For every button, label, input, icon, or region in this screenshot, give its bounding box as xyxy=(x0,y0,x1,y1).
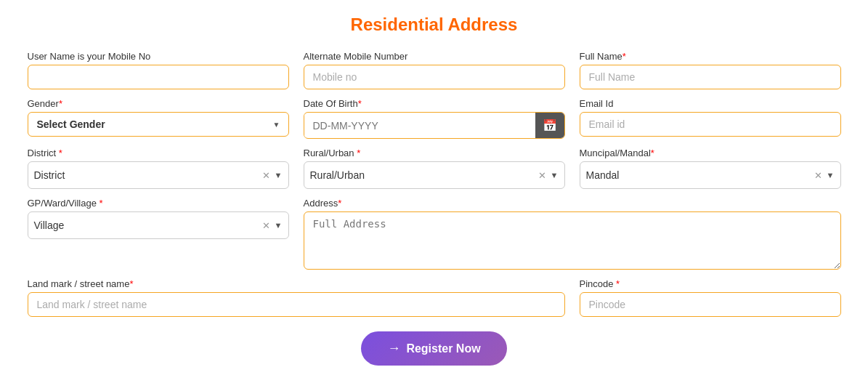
dob-label: Date Of Birth* xyxy=(304,98,565,109)
date-wrapper: 📅 xyxy=(304,112,565,139)
district-clear-icon[interactable]: ✕ xyxy=(262,170,270,181)
district-arrow-icon[interactable]: ▼ xyxy=(275,171,283,180)
pincode-group: Pincode * xyxy=(580,278,841,317)
pincode-label: Pincode * xyxy=(580,278,841,289)
register-icon: → xyxy=(387,341,400,356)
form-container: Residential Address User Name is your Mo… xyxy=(6,0,863,383)
dob-group: Date Of Birth* 📅 xyxy=(304,98,565,139)
gender-select[interactable]: Select Gender Male Female Other xyxy=(28,112,289,137)
mandal-label: Muncipal/Mandal* xyxy=(580,148,841,158)
register-label: Register Now xyxy=(406,342,480,355)
register-button[interactable]: → Register Now xyxy=(361,331,506,366)
address-group: Address* xyxy=(304,198,841,270)
page-title: Residential Address xyxy=(28,15,841,35)
register-row: → Register Now xyxy=(28,331,841,366)
username-input[interactable] xyxy=(28,65,289,89)
gpward-arrow-icon[interactable]: ▼ xyxy=(275,221,283,230)
mandal-clear-icon[interactable]: ✕ xyxy=(814,170,822,181)
rural-value: Rural/Urban xyxy=(310,169,538,181)
rural-select-wrapper[interactable]: Rural/Urban ✕ ▼ xyxy=(304,161,565,189)
address-input[interactable] xyxy=(304,211,841,270)
calendar-icon[interactable]: 📅 xyxy=(535,113,564,138)
landmark-label: Land mark / street name* xyxy=(28,278,565,289)
email-label: Email Id xyxy=(580,98,841,109)
fullname-label: Full Name* xyxy=(580,51,841,62)
rural-clear-icon[interactable]: ✕ xyxy=(538,170,546,181)
gender-wrapper: Select Gender Male Female Other xyxy=(28,112,289,137)
mandal-select-wrapper[interactable]: Mandal ✕ ▼ xyxy=(580,161,841,189)
alt-mobile-input[interactable] xyxy=(304,65,565,89)
district-label: District * xyxy=(28,148,289,158)
rural-label: Rural/Urban * xyxy=(304,148,565,158)
bottom-row: Land mark / street name* Pincode * xyxy=(28,278,841,317)
alt-mobile-group: Alternate Mobile Number xyxy=(304,51,565,89)
gpward-label: GP/Ward/Village * xyxy=(28,198,289,209)
form-grid: User Name is your Mobile No Alternate Mo… xyxy=(28,51,841,270)
gpward-select-wrapper[interactable]: Village ✕ ▼ xyxy=(28,211,289,239)
gpward-value: Village xyxy=(34,219,262,231)
dob-input[interactable] xyxy=(304,114,535,137)
landmark-input[interactable] xyxy=(28,292,565,317)
district-group: District * District ✕ ▼ xyxy=(28,148,289,189)
address-label: Address* xyxy=(304,198,841,209)
mandal-value: Mandal xyxy=(586,169,814,181)
gpward-clear-icon[interactable]: ✕ xyxy=(262,220,270,231)
rural-group: Rural/Urban * Rural/Urban ✕ ▼ xyxy=(304,148,565,189)
email-group: Email Id xyxy=(580,98,841,139)
mandal-arrow-icon[interactable]: ▼ xyxy=(827,171,835,180)
gender-group: Gender* Select Gender Male Female Other xyxy=(28,98,289,139)
district-value: District xyxy=(34,169,262,181)
rural-arrow-icon[interactable]: ▼ xyxy=(551,171,559,180)
pincode-input[interactable] xyxy=(580,292,841,317)
mandal-group: Muncipal/Mandal* Mandal ✕ ▼ xyxy=(580,148,841,189)
district-select-wrapper[interactable]: District ✕ ▼ xyxy=(28,161,289,189)
gender-label: Gender* xyxy=(28,98,289,109)
username-label: User Name is your Mobile No xyxy=(28,51,289,62)
fullname-input[interactable] xyxy=(580,65,841,89)
landmark-group: Land mark / street name* xyxy=(28,278,565,317)
email-input[interactable] xyxy=(580,112,841,137)
alt-mobile-label: Alternate Mobile Number xyxy=(304,51,565,62)
gpward-group: GP/Ward/Village * Village ✕ ▼ xyxy=(28,198,289,270)
username-group: User Name is your Mobile No xyxy=(28,51,289,89)
fullname-group: Full Name* xyxy=(580,51,841,89)
